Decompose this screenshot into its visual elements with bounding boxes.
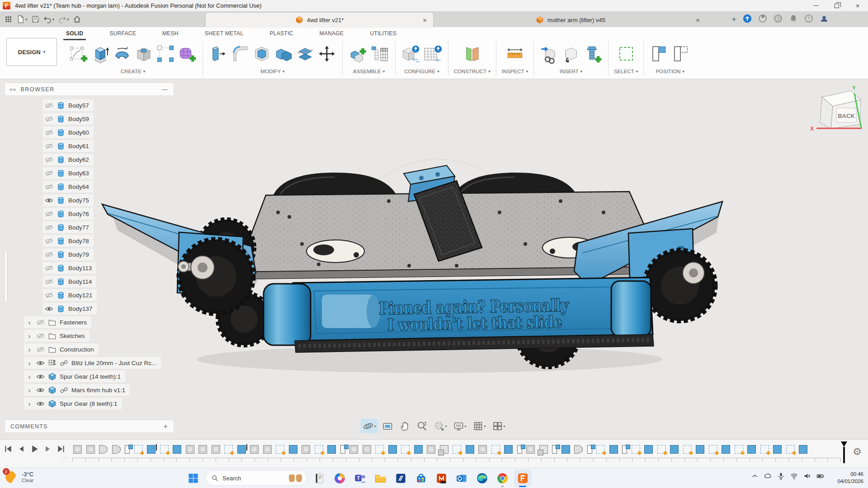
timeline-feature-box[interactable]	[349, 445, 358, 454]
visibility-off-icon[interactable]	[36, 332, 45, 340]
edge-app-button[interactable]	[473, 469, 491, 487]
add-comment-icon[interactable]: +	[163, 422, 168, 431]
browser-item-construction[interactable]: ›Construction	[5, 343, 174, 355]
timeline-feature-sketch[interactable]	[453, 445, 461, 454]
close-tab-icon[interactable]: ×	[423, 16, 427, 24]
copilot-app-button[interactable]	[331, 469, 348, 487]
extrude-icon[interactable]	[90, 42, 110, 65]
browser-item-body57[interactable]: Body57	[5, 99, 174, 111]
view-cube[interactable]: BACK X Y	[807, 84, 868, 139]
visibility-on-icon[interactable]	[36, 359, 45, 367]
pan-tool[interactable]	[397, 419, 412, 433]
timeline-feature-sketch[interactable]	[491, 445, 500, 454]
hidden-icons-icon[interactable]	[750, 472, 759, 480]
ribbon-group-label[interactable]: CONFIGURE▾	[404, 69, 439, 74]
tab-mother-arm[interactable]: mother arm (lifter) v45 ×	[435, 13, 706, 27]
ribbon-tab-utilities[interactable]: UTILITIES	[367, 29, 399, 39]
timeline-feature-bluebox[interactable]	[504, 445, 513, 454]
timeline-feature-flag[interactable]	[552, 445, 557, 454]
visibility-off-icon[interactable]	[36, 345, 45, 354]
ribbon-tab-solid[interactable]: SOLID	[63, 29, 86, 40]
teams-app-button[interactable]: T	[351, 469, 368, 487]
ribbon-group-label[interactable]: MODIFY▾	[260, 69, 284, 74]
timeline-feature-box[interactable]	[427, 445, 435, 454]
step-forward-button[interactable]	[43, 444, 52, 454]
timeline-feature-flag[interactable]	[517, 445, 522, 454]
expand-chevron-icon[interactable]: ›	[26, 319, 33, 326]
redo-button[interactable]: ▾	[57, 14, 71, 24]
expand-chevron-icon[interactable]: ›	[26, 400, 33, 408]
browser-item-body114[interactable]: Body114	[5, 276, 174, 287]
browser-item-body79[interactable]: Body79	[5, 249, 174, 260]
timeline-feature-bluebox[interactable]	[466, 445, 474, 454]
timeline-feature-bluebox[interactable]	[289, 445, 297, 454]
fit-tool[interactable]: ▾	[431, 419, 449, 433]
timeline-position-marker[interactable]	[841, 441, 847, 463]
taskbar-clock[interactable]: 00:46 04/01/2026	[837, 470, 863, 485]
visibility-off-icon[interactable]	[45, 264, 53, 272]
timeline-feature-sketch[interactable]	[735, 445, 743, 454]
timeline-feature-box[interactable]	[212, 445, 220, 454]
expand-chevron-icon[interactable]: ›	[26, 359, 33, 367]
3d-viewport[interactable]: Pinned again? Personally I wouldn't let …	[0, 79, 868, 439]
ribbon-group-label[interactable]: SELECT▾	[614, 69, 638, 74]
select-window-icon[interactable]	[616, 42, 636, 65]
timeline-feature-bluebox[interactable]	[609, 445, 618, 454]
search-input[interactable]: Search	[205, 470, 307, 486]
minimize-panel-icon[interactable]: —	[162, 86, 168, 93]
visibility-off-icon[interactable]	[45, 250, 53, 259]
browser-item-body121[interactable]: Body121	[5, 289, 174, 301]
hole-icon[interactable]	[134, 42, 154, 65]
create-sketch-icon[interactable]	[69, 42, 89, 65]
timeline-feature-revolve[interactable]	[112, 445, 121, 454]
timeline-feature-bluebox[interactable]	[173, 445, 181, 454]
visibility-off-icon[interactable]	[45, 237, 53, 245]
browser-item-body64[interactable]: Body64	[5, 181, 174, 192]
visibility-off-icon[interactable]	[45, 183, 53, 191]
wifi-icon[interactable]	[790, 472, 798, 480]
save-button[interactable]	[30, 14, 41, 24]
timeline-feature-box[interactable]	[478, 445, 487, 454]
timeline-feature-combine[interactable]	[440, 445, 448, 454]
skip-to-end-button[interactable]	[56, 444, 66, 454]
browser-item-body62[interactable]: Body62	[5, 154, 174, 165]
timeline-feature-sketch[interactable]	[632, 445, 640, 454]
browser-item-body113[interactable]: Body113	[5, 262, 174, 274]
config-table-icon[interactable]	[423, 42, 443, 65]
minimize-button[interactable]	[806, 0, 826, 11]
browser-item-body77[interactable]: Body77	[5, 221, 174, 233]
right-drive-wheel[interactable]	[645, 250, 715, 321]
visibility-on-icon[interactable]	[36, 372, 45, 381]
viewports-tool[interactable]: ▾	[490, 419, 508, 433]
collapse-panel-icon[interactable]: ««	[9, 86, 16, 93]
combine-icon[interactable]	[274, 42, 293, 65]
configure-icon[interactable]	[401, 42, 421, 65]
timeline-feature-sketch[interactable]	[401, 445, 410, 454]
visibility-off-icon[interactable]	[45, 101, 53, 110]
left-roller[interactable]	[264, 284, 311, 345]
ribbon-group-label[interactable]: INSPECT▾	[502, 69, 528, 74]
browser-item-body60[interactable]: Body60	[5, 127, 174, 138]
timeline-feature-revolve[interactable]	[574, 445, 583, 454]
browser-item-spur-gear-14-teeth-1[interactable]: ›Spur Gear (14 teeth):1	[5, 371, 174, 382]
fusion-app-button[interactable]	[514, 469, 531, 487]
timeline-feature-boxup[interactable]	[237, 445, 246, 454]
browser-item-fasteners[interactable]: ›Fasteners	[5, 316, 174, 328]
timeline-feature-box[interactable]	[363, 445, 371, 454]
undo-button[interactable]: ▾	[42, 14, 56, 24]
measure-icon[interactable]	[505, 42, 525, 65]
timeline-feature-box[interactable]	[86, 445, 95, 454]
ribbon-group-label[interactable]: ASSEMBLE▾	[353, 69, 385, 74]
insert-fastener-icon[interactable]	[583, 42, 603, 65]
timeline-feature-flag[interactable]	[622, 445, 627, 454]
ribbon-group-label[interactable]: POSITION▾	[656, 69, 684, 74]
visibility-off-icon[interactable]	[45, 128, 53, 137]
fillet-icon[interactable]	[230, 42, 250, 65]
insert-mesh-icon[interactable]	[561, 42, 581, 65]
browser-item-blitz-lite-20mm-just-cuz-rc-[interactable]: ›Blitz Lite 20mm - Just Cuz Rc...	[5, 357, 174, 369]
battery-icon[interactable]	[816, 472, 825, 480]
press-pull-icon[interactable]	[208, 42, 228, 65]
ribbon-tab-surface[interactable]: SURFACE	[107, 29, 139, 39]
revolve-icon[interactable]	[112, 42, 132, 65]
timeline-feature-bluebox[interactable]	[670, 445, 679, 454]
